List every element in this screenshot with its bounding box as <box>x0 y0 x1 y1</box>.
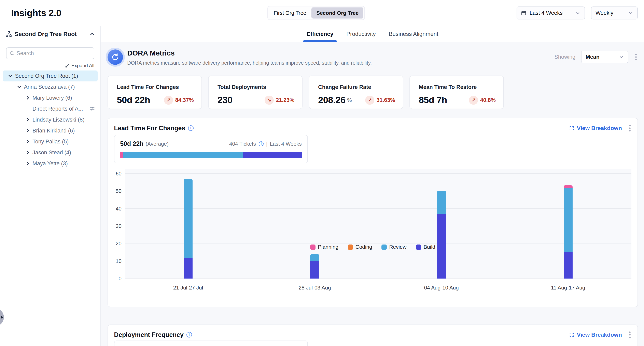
legend-label: Coding <box>356 244 372 250</box>
summary-qualifier: (Average) <box>146 141 168 147</box>
legend-item-coding[interactable]: Coding <box>348 244 372 250</box>
tabs-bar: EfficiencyProductivityBusiness Alignment <box>101 26 644 42</box>
tab-business-alignment[interactable]: Business Alignment <box>388 26 439 42</box>
chevron-icon <box>25 139 31 145</box>
trend-down-icon: ↘ <box>264 96 274 105</box>
main-area: EfficiencyProductivityBusiness Alignment… <box>101 26 644 346</box>
bar-segment-review <box>437 191 446 214</box>
chevron-up-icon[interactable] <box>89 31 95 37</box>
x-axis-label: 04 Aug-10 Aug <box>405 285 478 291</box>
org-tree-icon <box>6 31 12 37</box>
app-title: Insights 2.0 <box>11 7 61 18</box>
info-icon[interactable]: i <box>188 125 194 131</box>
tree-item-direct-reports-of-a[interactable]: Direct Reports of A... <box>3 103 98 114</box>
metric-value: 50d 22h <box>117 95 150 105</box>
change-percent: 84.37% <box>175 97 194 103</box>
tickets-count: 404 Tickets <box>229 141 256 147</box>
tree-item-label: Brian Kirkland (6) <box>32 128 75 134</box>
dora-metrics-header: DORA Metrics DORA metrics measure softwa… <box>108 49 638 66</box>
tab-efficiency[interactable]: Efficiency <box>306 26 334 42</box>
bar-segment-build <box>564 252 572 279</box>
info-icon[interactable]: i <box>186 332 192 338</box>
bar-segment-build <box>184 258 192 279</box>
dora-kebab-menu[interactable] <box>634 52 638 62</box>
bar-segment-planning <box>564 185 572 188</box>
y-axis-label: 10 <box>105 258 122 264</box>
date-range-value: Last 4 Weeks <box>530 10 563 16</box>
legend-item-review[interactable]: Review <box>382 244 406 250</box>
sidebar-search[interactable] <box>6 47 94 59</box>
y-axis-label: 50 <box>105 188 122 194</box>
y-axis-label: 40 <box>105 205 122 212</box>
stacked-bar-11-aug-17-aug[interactable] <box>564 185 572 279</box>
legend-item-build[interactable]: Build <box>416 244 436 250</box>
gridline <box>125 278 632 279</box>
info-icon[interactable]: i <box>259 141 264 146</box>
tree-item-anna-scozzafava-7[interactable]: Anna Scozzafava (7) <box>3 81 98 92</box>
chart-legend: Planning Coding Review Build <box>108 244 638 250</box>
sidebar-header[interactable]: Second Org Tree Root <box>0 26 100 42</box>
tree-item-brian-kirkland-6[interactable]: Brian Kirkland (6) <box>3 125 98 136</box>
chevron-down-icon <box>628 10 633 15</box>
expand-all-label: Expand All <box>72 63 94 68</box>
sidebar-root-title: Second Org Tree Root <box>14 31 86 37</box>
chevron-icon <box>7 73 14 79</box>
filter-sliders-icon[interactable] <box>89 106 95 112</box>
tree-item-label: Lindsay Liszewski (8) <box>32 117 84 123</box>
chevron-icon <box>16 84 22 90</box>
granularity-value: Weekly <box>596 10 613 16</box>
stacked-bar-21-jul-27-jul[interactable] <box>184 179 192 279</box>
lead-time-kebab-menu[interactable] <box>628 124 632 133</box>
deployment-frequency-kebab-menu[interactable] <box>628 330 632 339</box>
showing-select[interactable]: Mean <box>581 51 628 63</box>
phase-segment-planning <box>120 152 123 158</box>
change-badge: ↗ 40.8% <box>469 96 496 105</box>
tree-item-label: Jason Stead (4) <box>32 150 71 156</box>
expand-corners-icon <box>569 332 574 338</box>
trend-up-icon: ↗ <box>164 96 173 105</box>
gridline <box>125 226 632 226</box>
date-range-select[interactable]: Last 4 Weeks <box>516 6 585 19</box>
tree-item-label: Mary Lowery (6) <box>32 95 72 101</box>
metric-title: Change Failure Rate <box>318 84 395 90</box>
lead-time-section: Lead Time For Changes i View Breakdown 5… <box>108 118 638 307</box>
tree-item-lindsay-liszewski-8[interactable]: Lindsay Liszewski (8) <box>3 114 98 125</box>
metric-cards-row: Lead Time For Changes 50d 22h ↗ 84.37% T… <box>108 76 638 109</box>
legend-swatch <box>416 244 421 250</box>
top-controls: Last 4 Weeks Weekly <box>516 6 638 19</box>
top-bar: Insights 2.0 First Org TreeSecond Org Tr… <box>0 0 644 26</box>
expand-corners-icon <box>569 126 574 131</box>
metric-card-mean-time-to-restore: Mean Time To Restore 85d 7h ↗ 40.8% <box>410 76 504 109</box>
tree-item-second-org-tree-root-1[interactable]: Second Org Tree Root (1) <box>3 70 98 81</box>
tree-item-maya-yette-3[interactable]: Maya Yette (3) <box>3 158 98 169</box>
tree-item-label: Anna Scozzafava (7) <box>24 84 75 90</box>
showing-label: Showing <box>554 54 576 60</box>
summary-value: 50d 22h <box>120 140 144 148</box>
legend-item-planning[interactable]: Planning <box>310 244 338 250</box>
search-input[interactable] <box>17 50 91 56</box>
stacked-bar-28-jul-03-aug[interactable] <box>310 254 319 279</box>
view-breakdown-button[interactable]: View Breakdown <box>569 332 622 338</box>
tree-item-mary-lowery-6[interactable]: Mary Lowery (6) <box>3 92 98 103</box>
expand-diagonal-icon <box>65 63 70 68</box>
view-breakdown-button[interactable]: View Breakdown <box>569 125 622 132</box>
x-axis-label: 21 Jul-27 Jul <box>152 285 224 291</box>
phase-segment-build <box>243 152 302 158</box>
deployment-frequency-section: Deployment Frequency i View Breakdown <box>108 325 638 346</box>
bar-segment-build <box>310 261 319 279</box>
change-badge: ↗ 31.63% <box>365 96 395 105</box>
stacked-bar-04-aug-10-aug[interactable] <box>437 191 446 279</box>
tab-productivity[interactable]: Productivity <box>346 26 376 42</box>
tree-item-jason-stead-4[interactable]: Jason Stead (4) <box>3 147 98 158</box>
expand-all-button[interactable]: Expand All <box>0 63 94 68</box>
lead-time-chart: 010203040506021 Jul-27 Jul28 Jul-03 Aug0… <box>125 169 632 279</box>
org-toggle-second-org-tree[interactable]: Second Org Tree <box>312 7 364 19</box>
chevron-icon <box>25 95 31 101</box>
org-toggle-first-org-tree[interactable]: First Org Tree <box>269 7 311 19</box>
deployment-frequency-title: Deployment Frequency <box>114 331 184 339</box>
chevron-icon <box>25 128 31 134</box>
legend-swatch <box>348 244 353 250</box>
granularity-select[interactable]: Weekly <box>591 6 638 19</box>
tree-item-tony-pallas-5[interactable]: Tony Pallas (5) <box>3 136 98 147</box>
summary-period: Last 4 Weeks <box>270 141 302 147</box>
